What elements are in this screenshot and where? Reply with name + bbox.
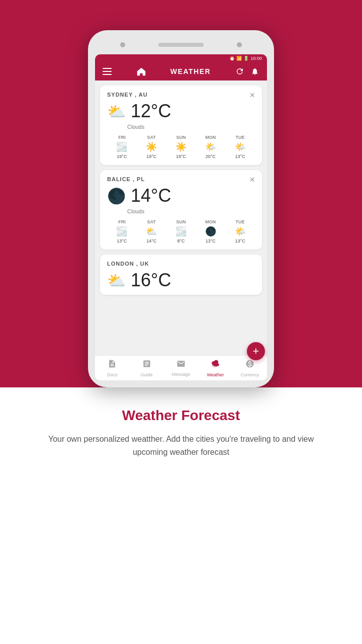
sydney-current-weather: ⛅ 12°C (107, 101, 255, 122)
sydney-tue-icon: 🌤️ (235, 141, 246, 152)
nav-docs[interactable]: Docs (95, 359, 129, 377)
sydney-weather-icon: ⛅ (107, 103, 126, 120)
balice-tue-icon: 🌤️ (235, 226, 246, 237)
balice-forecast-fri: FRI 🌫️ 13°C (107, 219, 137, 244)
status-icons: ⏰ 📶 🔋 10:00 (229, 56, 262, 61)
docs-label: Docs (107, 372, 118, 377)
balice-forecast-mon: MON 🌑 13°C (196, 219, 225, 244)
balice-sat-temp: 14°C (146, 238, 156, 244)
bell-icon[interactable] (250, 66, 260, 76)
svg-rect-1 (103, 71, 112, 72)
sydney-forecast-sun: SUN ☀️ 19°C (166, 135, 196, 159)
alarm-icon: ⏰ (229, 56, 235, 61)
sydney-sat-icon: ☀️ (146, 141, 157, 152)
phone-speaker (158, 43, 204, 47)
balice-temp: 14°C (131, 185, 171, 206)
balice-tue-temp: 13°C (235, 238, 245, 244)
sydney-mon-label: MON (205, 135, 216, 140)
balice-weather-desc: Clouds (127, 208, 255, 214)
sydney-weather-desc: Clouds (127, 124, 255, 130)
balice-fri-temp: 13°C (117, 238, 127, 244)
balice-sun-label: SUN (176, 219, 186, 224)
phone-top (95, 37, 267, 52)
balice-mon-label: MON (205, 219, 216, 224)
add-city-fab[interactable]: + (247, 342, 265, 360)
svg-point-6 (213, 363, 220, 366)
balice-weather-icon: 🌑 (107, 187, 126, 205)
header-title: WEATHER (170, 67, 211, 75)
balice-fri-icon: 🌫️ (116, 226, 127, 237)
balice-sat-icon: ⛅ (146, 226, 157, 237)
balice-sun-temp: 8°C (177, 238, 185, 244)
balice-current-weather: 🌑 14°C (107, 185, 255, 206)
currency-label: Currency (241, 372, 259, 377)
sydney-city-name: SYDNEY , AU (107, 92, 255, 98)
phone-camera-left (120, 42, 125, 47)
sydney-fri-label: FRI (118, 135, 126, 140)
status-bar: ⏰ 📶 🔋 10:00 (95, 54, 267, 62)
balice-mon-icon: 🌑 (205, 226, 216, 237)
sydney-sun-temp: 19°C (176, 154, 186, 159)
balice-tue-label: TUE (236, 219, 245, 224)
sydney-forecast-row: FRI 🌫️ 19°C SAT ☀️ 19°C SUN ☀️ 19°C (107, 135, 255, 159)
nav-guide[interactable]: Guide (129, 359, 163, 377)
phone-screen: ⏰ 📶 🔋 10:00 (95, 54, 267, 380)
london-city-name: LONDON , UK (107, 261, 255, 267)
guide-icon (142, 359, 151, 371)
london-temp: 16°C (131, 270, 171, 291)
sydney-sat-label: SAT (147, 135, 156, 140)
sydney-close-button[interactable]: ✕ (248, 91, 257, 100)
sydney-sat-temp: 19°C (146, 154, 156, 159)
currency-icon (245, 359, 254, 371)
sydney-temp: 12°C (131, 101, 171, 122)
balice-forecast-row: FRI 🌫️ 13°C SAT ⛅ 14°C SUN 🌫️ 8°C (107, 219, 255, 244)
sydney-sun-label: SUN (176, 135, 186, 140)
sydney-mon-icon: 🌤️ (205, 141, 216, 152)
london-current-weather: ⛅ 16°C (107, 270, 255, 291)
balice-close-button[interactable]: ✕ (248, 175, 257, 184)
balice-city-name: BALICE , PL (107, 176, 255, 182)
weather-nav-icon (210, 359, 221, 371)
docs-icon (108, 359, 117, 371)
top-background: ⏰ 📶 🔋 10:00 (0, 0, 362, 387)
svg-rect-2 (103, 74, 112, 75)
phone-shell: ⏰ 📶 🔋 10:00 (88, 30, 274, 387)
bottom-section: Weather Forecast Your own personalized w… (0, 387, 362, 489)
sydney-mon-temp: 20°C (206, 154, 216, 159)
balice-fri-label: FRI (118, 219, 126, 224)
sydney-forecast-sat: SAT ☀️ 19°C (137, 135, 166, 159)
nav-weather[interactable]: Weather (198, 359, 232, 377)
nav-currency[interactable]: Currency (233, 359, 267, 377)
bottom-nav: Docs Guide Message (95, 355, 267, 380)
balice-sat-label: SAT (147, 219, 156, 224)
section-title: Weather Forecast (30, 408, 332, 424)
message-label: Message (172, 372, 191, 377)
balice-forecast-tue: TUE 🌤️ 13°C (225, 219, 255, 244)
sydney-tue-temp: 13°C (235, 154, 245, 159)
weather-scroll-content: ✕ SYDNEY , AU ⛅ 12°C Clouds FRI 🌫️ 19°C (95, 80, 267, 355)
balice-forecast-sat: SAT ⛅ 14°C (137, 219, 166, 244)
header-right-icons (235, 66, 260, 76)
weather-nav-label: Weather (207, 372, 224, 377)
sydney-fri-temp: 19°C (117, 154, 127, 159)
balice-card: ✕ BALICE , PL 🌑 14°C Clouds FRI 🌫️ 13°C (100, 170, 262, 250)
sydney-sun-icon: ☀️ (175, 141, 187, 152)
home-icon[interactable] (136, 66, 146, 76)
balice-sun-icon: 🌫️ (175, 226, 187, 237)
refresh-icon[interactable] (235, 66, 245, 76)
sydney-tue-label: TUE (236, 135, 245, 140)
sydney-forecast-mon: MON 🌤️ 20°C (196, 135, 225, 159)
sydney-forecast-tue: TUE 🌤️ 13°C (225, 135, 255, 159)
app-header: WEATHER (95, 62, 267, 80)
message-icon (176, 359, 186, 371)
time-display: 10:00 (250, 56, 262, 61)
nav-message[interactable]: Message (164, 359, 198, 377)
phone-camera-right (237, 42, 242, 47)
london-card: LONDON , UK ⛅ 16°C (100, 255, 262, 295)
battery-icon: 🔋 (243, 56, 249, 61)
menu-icon[interactable] (102, 66, 112, 76)
section-description: Your own personalized weatther. Add the … (30, 433, 332, 458)
balice-forecast-sun: SUN 🌫️ 8°C (166, 219, 196, 244)
wifi-icon: 📶 (236, 56, 242, 61)
guide-label: Guide (141, 372, 153, 377)
